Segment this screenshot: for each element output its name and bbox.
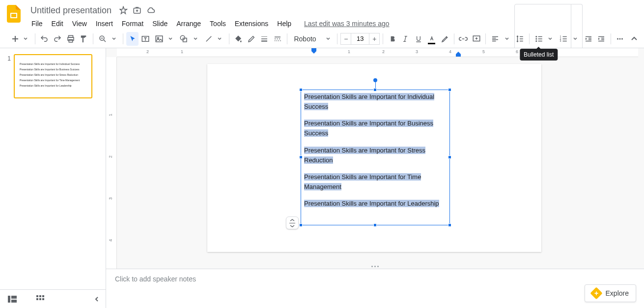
textbox-content[interactable]: Presentation Skills are Important for In… [301,90,449,211]
redo-button[interactable] [51,32,63,46]
resize-handle-ml[interactable] [299,155,303,159]
slide-canvas[interactable]: Presentation Skills are Important for In… [207,64,541,252]
resize-handle-tl[interactable] [299,88,303,92]
svg-point-15 [535,36,537,37]
resize-handle-bl[interactable] [299,223,303,227]
menu-help[interactable]: Help [273,18,295,30]
border-weight-button[interactable] [258,32,271,46]
bulleted-list-dropdown[interactable] [544,32,557,46]
svg-rect-27 [36,295,38,297]
menu-slide[interactable]: Slide [148,18,171,30]
menu-extensions[interactable]: Extensions [231,18,272,30]
ruler-tick: 3 [416,49,418,54]
notes-splitter[interactable] [106,264,644,269]
svg-rect-10 [156,36,163,42]
font-family-select[interactable]: Roboto [290,32,334,45]
resize-handle-bm[interactable] [373,223,377,227]
bold-button[interactable] [386,32,398,46]
align-button[interactable] [489,32,502,46]
textbox-tool[interactable] [140,32,152,46]
highlight-button[interactable] [439,32,451,46]
collapse-filmstrip-icon[interactable] [94,296,100,302]
resize-handle-tm[interactable] [373,88,377,92]
collapse-toolbar-button[interactable] [628,32,640,46]
resize-handle-br[interactable] [448,223,451,227]
fill-color-button[interactable] [232,32,245,46]
svg-rect-1 [11,14,16,17]
resize-handle-mr[interactable] [448,155,451,159]
svg-rect-25 [11,296,17,299]
image-tool[interactable] [153,32,166,46]
select-tool[interactable] [126,32,139,46]
font-size-decrease[interactable]: − [340,33,351,45]
grid-view-icon[interactable] [36,295,44,303]
new-slide-dropdown[interactable] [20,32,32,46]
shape-dropdown[interactable] [189,32,201,46]
zoom-dropdown[interactable] [108,32,120,46]
align-dropdown[interactable] [501,32,513,46]
print-button[interactable] [64,32,77,46]
selected-textbox[interactable]: Presentation Skills are Important for In… [301,90,450,225]
document-title[interactable]: Untitled presentation [28,4,114,17]
thumb-text: Presentation Skills are Important for Bu… [20,67,86,71]
indent-marker-left[interactable] [311,48,316,55]
line-dropdown[interactable] [214,32,226,46]
resize-handle-tr[interactable] [448,88,451,92]
explore-icon: + [590,287,602,299]
cloud-icon[interactable] [146,5,156,15]
font-size-increase[interactable]: + [369,33,380,45]
insert-link-button[interactable] [457,32,470,46]
filmstrip-view-icon[interactable] [8,296,17,303]
border-color-button[interactable] [245,32,257,46]
italic-button[interactable] [399,32,412,46]
menu-file[interactable]: File [28,18,47,30]
horizontal-ruler[interactable]: 2 1 1 2 3 4 5 6 [117,48,638,57]
filmstrip-footer [0,289,106,308]
last-edit-link[interactable]: Last edit was 3 minutes ago [300,18,393,30]
text-color-button[interactable] [425,32,438,46]
new-slide-button[interactable] [10,32,21,46]
shape-tool[interactable] [177,32,190,46]
move-icon[interactable] [132,5,142,15]
zoom-button[interactable] [96,32,109,46]
menu-tools[interactable]: Tools [206,18,230,30]
menu-edit[interactable]: Edit [48,18,67,30]
menu-insert[interactable]: Insert [92,18,117,30]
slide-thumbnail[interactable]: Presentation Skills are Important for In… [14,54,92,98]
ruler-vtick: 4 [108,239,113,242]
paint-format-button[interactable] [78,32,90,46]
line-tool[interactable] [202,32,215,46]
numbered-list-dropdown[interactable] [569,32,581,46]
svg-point-21 [617,38,618,39]
svg-rect-28 [39,295,41,297]
numbered-list-button[interactable]: 123 [557,32,570,46]
menu-view[interactable]: View [68,18,91,30]
menu-arrange[interactable]: Arrange [172,18,205,30]
slides-logo[interactable] [4,4,24,24]
menu-format[interactable]: Format [118,18,147,30]
slide-text-line: Presentation Skills are Important for Le… [304,200,439,207]
increase-indent-button[interactable] [595,32,608,46]
decrease-indent-button[interactable] [582,32,594,46]
underline-button[interactable] [413,32,425,46]
explore-button[interactable]: + Explore [585,284,636,302]
image-dropdown[interactable] [165,32,177,46]
svg-rect-26 [11,300,17,303]
indent-marker-right[interactable] [456,52,461,57]
border-dash-button[interactable] [272,32,284,46]
svg-point-22 [619,38,620,39]
more-options-button[interactable] [614,32,626,46]
rotate-handle[interactable] [373,78,377,82]
font-size-input[interactable] [351,33,369,45]
app-header: Untitled presentation File Edit View Ins… [0,0,644,30]
insert-comment-button[interactable] [471,32,483,46]
star-icon[interactable] [118,5,128,15]
slide-number: 1 [4,54,11,98]
line-spacing-button[interactable] [514,32,526,46]
undo-button[interactable] [38,32,51,46]
bulleted-list-button[interactable]: Bulleted list [532,32,545,46]
autofit-grip[interactable] [286,216,299,229]
speaker-notes[interactable]: Click to add speaker notes [106,269,644,308]
ruler-tick: 2 [382,49,385,54]
svg-rect-31 [39,298,41,300]
